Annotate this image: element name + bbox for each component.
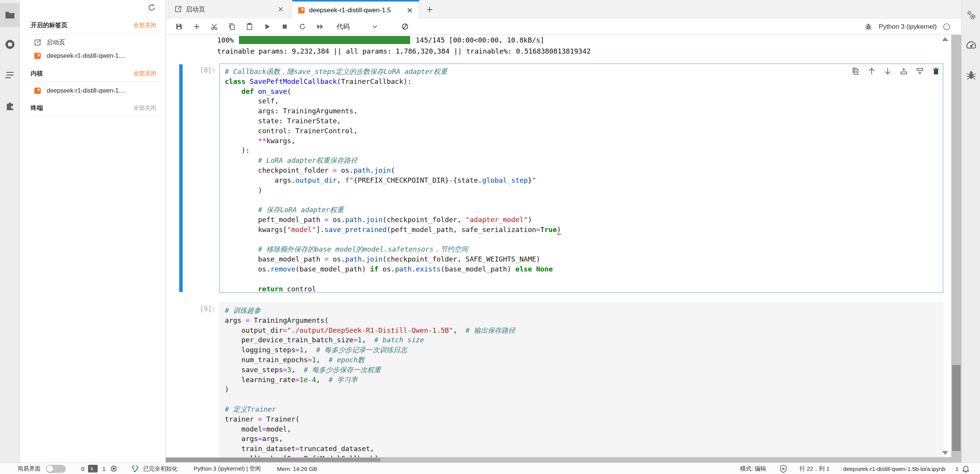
progress-bar	[239, 36, 410, 44]
bug-icon	[965, 69, 977, 81]
running-sessions-panel: 开启的标签页 全部关闭 启动页 deepseek-r1-distill-qwen…	[20, 0, 166, 463]
new-tab-button[interactable]	[423, 3, 436, 16]
move-cell-up-icon[interactable]	[867, 67, 876, 75]
horizontal-scrollbar[interactable]	[166, 457, 951, 463]
kernel-chip-icon	[110, 464, 118, 473]
insert-cell-button[interactable]	[189, 20, 204, 33]
trainable-params-line: trainable params: 9,232,384 || all param…	[217, 46, 830, 56]
kernels-count[interactable]: 1	[102, 466, 105, 472]
cell-type-value: 代码	[337, 22, 350, 31]
tab-launcher[interactable]: 启动页	[169, 0, 290, 18]
sidebar-item-notebook-tab[interactable]: deepseek-r1-distill-qwen-1....	[34, 50, 162, 62]
tab-label: deepseek-r1-distill-qwen-1.5	[309, 7, 402, 14]
jupyterlab-window: 开启的标签页 全部关闭 启动页 deepseek-r1-distill-qwen…	[0, 0, 980, 474]
sidebar-item-label: deepseek-r1-distill-qwen-1....	[47, 87, 125, 94]
cell-collapser[interactable]	[179, 64, 183, 292]
tab-notebook-active[interactable]: deepseek-r1-distill-qwen-1.5	[292, 0, 419, 19]
init-status[interactable]: 已完全初始化	[143, 465, 178, 472]
restart-kernel-button[interactable]	[294, 20, 310, 33]
vertical-scrollbar[interactable]	[951, 18, 961, 463]
insert-cell-above-icon[interactable]	[900, 67, 908, 75]
restart-run-all-button[interactable]	[312, 20, 327, 33]
sidebar-item-label: 启动页	[47, 39, 65, 47]
horizontal-scrollbar-thumb[interactable]	[166, 458, 380, 462]
stop-circle-icon	[5, 39, 15, 50]
terminals-count[interactable]: 0	[81, 466, 84, 472]
active-filename: deepseek-r1-distill-qwen-1.5b-lora.ipynb	[843, 466, 946, 472]
section-title-open-tabs: 开启的标签页	[31, 21, 67, 29]
delete-cell-icon[interactable]	[932, 67, 940, 75]
trust-shield-icon[interactable]	[779, 464, 788, 473]
code-editor[interactable]: # Callback函数，随save_steps定义的步数保存LoRA adap…	[225, 67, 943, 293]
table-of-contents-tab[interactable]	[0, 63, 20, 87]
paste-cells-button[interactable]	[242, 20, 257, 33]
simple-interface-toggle[interactable]	[46, 465, 66, 473]
sidebar-item-launcher[interactable]: 启动页	[34, 37, 162, 48]
tab-bar: 启动页 deepseek-r1-distill-qwen-1.5	[166, 0, 961, 18]
copy-cells-button[interactable]	[224, 20, 239, 33]
close-icon[interactable]	[277, 5, 285, 13]
cell-hover-toolbar	[851, 67, 940, 75]
list-icon	[5, 70, 15, 80]
insert-cell-below-icon[interactable]	[916, 67, 924, 75]
close-all-terminals-link[interactable]: 全部关闭	[133, 105, 156, 112]
editor-mode[interactable]: 模式: 编辑	[740, 465, 766, 472]
notification-count[interactable]: 1	[955, 466, 959, 472]
refresh-icon[interactable]	[147, 3, 156, 12]
status-bar: 简易界面 0 $_ 1 已完全初始化 Python 3 (ipykernel) …	[0, 463, 980, 474]
run-cell-button[interactable]	[259, 20, 275, 33]
divider	[31, 81, 159, 82]
divider	[31, 116, 159, 116]
code-cell-9[interactable]: # 训练超参args = TrainingArguments( output_d…	[219, 302, 943, 457]
terminal-icon: $_	[88, 465, 98, 472]
bell-icon[interactable]	[962, 464, 970, 473]
interrupt-kernel-button[interactable]	[277, 20, 292, 33]
section-title-terminals: 终端	[31, 104, 43, 112]
cell-type-dropdown[interactable]: 代码	[334, 21, 391, 32]
kernel-idle-indicator	[943, 23, 951, 31]
chevron-down-icon	[372, 23, 378, 29]
main-dock-panel: 启动页 deepseek-r1-distill-qwen-1.5	[166, 0, 961, 463]
vertical-scrollbar-thumb[interactable]	[952, 365, 960, 451]
kernel-name-button[interactable]: Python 3 (ipykernel)	[879, 23, 937, 31]
memory-usage: Mem: 14.26 GB	[277, 466, 317, 472]
close-all-open-tabs-link[interactable]: 全部关闭	[133, 22, 156, 29]
execution-count: [8]:	[177, 66, 216, 74]
gears-icon	[965, 10, 977, 21]
cursor-position[interactable]: 行 22，列 1	[799, 465, 829, 472]
folder-icon	[5, 10, 15, 20]
code-cell-8[interactable]: # Callback函数，随save_steps定义的步数保存LoRA adap…	[219, 64, 943, 293]
simple-interface-label: 简易界面	[18, 465, 41, 472]
move-cell-down-icon[interactable]	[883, 67, 892, 75]
training-output: 100% 145/145 [00:00<00:00, 10.8kB/s] tra…	[217, 35, 830, 56]
kernel-refresh-icon[interactable]	[397, 20, 412, 33]
scroll-down-arrow[interactable]	[942, 451, 948, 455]
code-editor[interactable]: # 训练超参args = TrainingArguments( output_d…	[225, 306, 943, 457]
save-button[interactable]	[171, 20, 187, 33]
resource-usage-tab[interactable]	[962, 35, 980, 55]
progress-percent: 100%	[217, 36, 234, 44]
property-inspector-tab[interactable]	[962, 5, 980, 25]
notebook-scroll-area[interactable]: 100% 145/145 [00:00<00:00, 10.8kB/s] tra…	[166, 35, 951, 457]
notebook-icon	[34, 52, 41, 60]
debugger-bug-icon[interactable]	[864, 22, 873, 31]
file-browser-tab[interactable]	[0, 3, 20, 27]
fully-initialized-check-icon	[131, 464, 140, 473]
tab-label: 启动页	[186, 5, 273, 14]
divider	[31, 34, 159, 34]
right-activity-bar	[961, 0, 980, 463]
sidebar-item-kernel-session[interactable]: deepseek-r1-distill-qwen-1....	[34, 85, 162, 96]
notebook-icon	[298, 7, 305, 14]
close-all-kernels-link[interactable]: 全部关闭	[133, 70, 156, 77]
duplicate-cell-icon[interactable]	[851, 67, 860, 75]
kernel-status[interactable]: Python 3 (ipykernel) | 空闲	[194, 465, 261, 472]
cut-cells-button[interactable]	[206, 20, 222, 33]
scroll-up-arrow[interactable]	[942, 37, 948, 41]
speedometer-icon	[965, 39, 977, 51]
debugger-tab[interactable]	[962, 65, 980, 85]
extensions-tab[interactable]	[0, 94, 20, 118]
close-icon[interactable]	[406, 7, 414, 14]
section-title-kernels: 内核	[31, 70, 43, 78]
running-kernels-tab[interactable]	[0, 33, 20, 56]
notebook-toolbar: 代码 Python 3 (ipykernel)	[166, 18, 961, 35]
